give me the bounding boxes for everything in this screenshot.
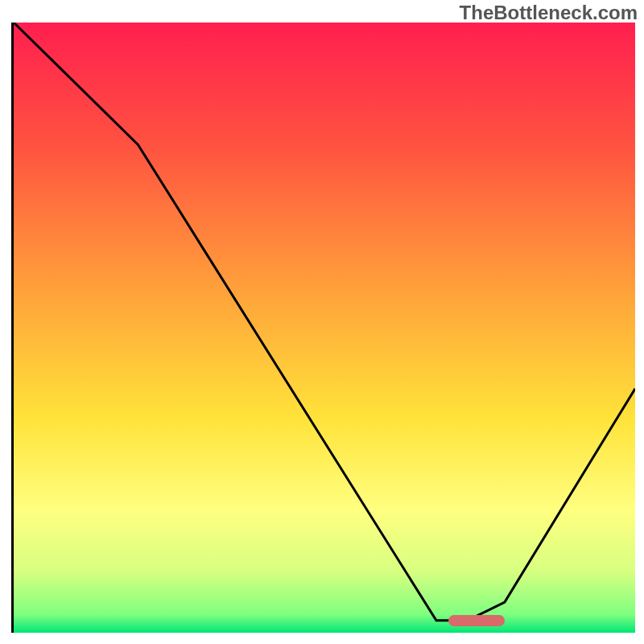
plot-area (11, 23, 633, 633)
chart-canvas: TheBottleneck.com (0, 0, 644, 644)
bottleneck-curve (14, 23, 635, 621)
optimal-range-marker (448, 615, 504, 626)
watermark-text: TheBottleneck.com (460, 2, 638, 24)
curve-layer (14, 23, 635, 633)
